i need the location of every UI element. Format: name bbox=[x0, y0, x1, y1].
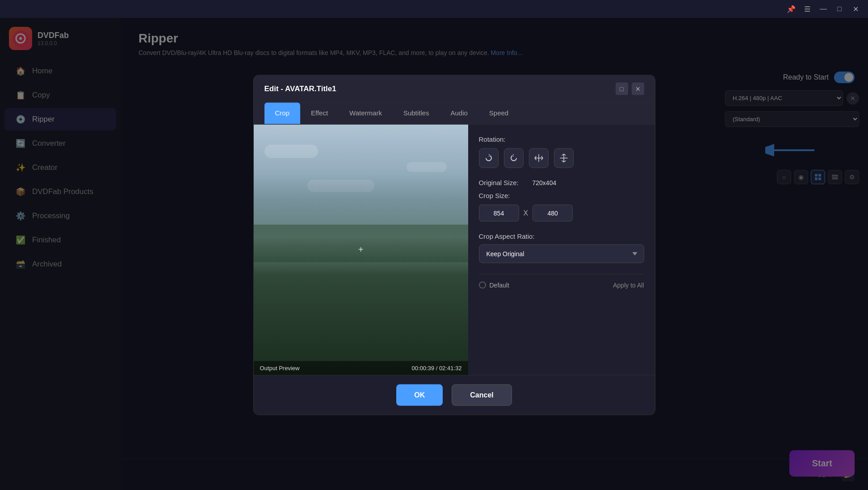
apply-to-all-button[interactable]: Apply to All bbox=[613, 282, 644, 289]
output-preview-label: Output Preview bbox=[260, 365, 300, 372]
crop-separator: X bbox=[524, 209, 528, 217]
video-preview: + Output Preview 00:00:39 / 02:41:32 bbox=[254, 125, 468, 375]
modal-close-button[interactable]: ✕ bbox=[632, 83, 644, 95]
original-size-value: 720x404 bbox=[533, 179, 557, 186]
close-button[interactable]: ✕ bbox=[847, 1, 864, 17]
tab-watermark[interactable]: Watermark bbox=[339, 103, 393, 124]
edit-modal: Edit - AVATAR.Title1 □ ✕ Crop Effect Wat… bbox=[253, 75, 655, 415]
maximize-button[interactable]: □ bbox=[831, 1, 847, 17]
ok-button[interactable]: OK bbox=[396, 384, 443, 406]
tab-speed[interactable]: Speed bbox=[478, 103, 519, 124]
modal-header-buttons: □ ✕ bbox=[616, 83, 644, 95]
rotate-clockwise-button[interactable] bbox=[479, 148, 499, 168]
tab-audio[interactable]: Audio bbox=[440, 103, 478, 124]
rotation-section: Rotation: bbox=[479, 135, 644, 168]
rotation-label: Rotation: bbox=[479, 135, 644, 143]
crop-aspect-section: Crop Aspect Ratio: Keep Original bbox=[479, 232, 644, 263]
crop-size-label-row: Crop Size: bbox=[479, 192, 644, 199]
tab-subtitles[interactable]: Subtitles bbox=[393, 103, 440, 124]
flip-horizontal-button[interactable] bbox=[529, 148, 549, 168]
video-frame: + Output Preview 00:00:39 / 02:41:32 bbox=[254, 125, 468, 375]
modal-tabs: Crop Effect Watermark Subtitles Audio Sp… bbox=[254, 103, 655, 125]
modal-body: + Output Preview 00:00:39 / 02:41:32 Rot… bbox=[254, 125, 655, 375]
timestamp-label: 00:00:39 / 02:41:32 bbox=[411, 365, 461, 372]
crop-crosshair: + bbox=[358, 245, 364, 255]
titlebar: 📌 ☰ — □ ✕ bbox=[0, 0, 868, 18]
minimize-button[interactable]: — bbox=[815, 1, 831, 17]
modal-footer: OK Cancel bbox=[254, 375, 655, 415]
crop-aspect-select[interactable]: Keep Original bbox=[479, 245, 644, 263]
rotate-counterclockwise-button[interactable] bbox=[504, 148, 524, 168]
cancel-button[interactable]: Cancel bbox=[452, 384, 512, 406]
original-size-row: Original Size: 720x404 bbox=[479, 179, 644, 186]
menu-button[interactable]: ☰ bbox=[799, 1, 815, 17]
flip-vertical-button[interactable] bbox=[554, 148, 574, 168]
original-size-label: Original Size: bbox=[479, 179, 528, 186]
crop-size-inputs: X bbox=[479, 205, 644, 222]
default-row: Default Apply to All bbox=[479, 282, 644, 289]
divider bbox=[479, 274, 644, 275]
video-label-bar: Output Preview 00:00:39 / 02:41:32 bbox=[254, 361, 468, 375]
crop-size-label: Crop Size: bbox=[479, 192, 528, 199]
crop-aspect-label: Crop Aspect Ratio: bbox=[479, 232, 644, 240]
tab-crop[interactable]: Crop bbox=[264, 103, 301, 124]
modal-header: Edit - AVATAR.Title1 □ ✕ bbox=[254, 76, 655, 103]
modal-title: Edit - AVATAR.Title1 bbox=[264, 84, 336, 93]
crop-height-input[interactable] bbox=[533, 205, 573, 222]
rotation-buttons bbox=[479, 148, 644, 168]
default-radio[interactable]: Default bbox=[479, 282, 509, 289]
svg-point-12 bbox=[479, 282, 486, 288]
modal-maximize-button[interactable]: □ bbox=[616, 83, 628, 95]
controls-panel: Rotation: bbox=[468, 125, 655, 375]
crop-width-input[interactable] bbox=[479, 205, 519, 222]
pin-button[interactable]: 📌 bbox=[783, 1, 799, 17]
tab-effect[interactable]: Effect bbox=[300, 103, 339, 124]
